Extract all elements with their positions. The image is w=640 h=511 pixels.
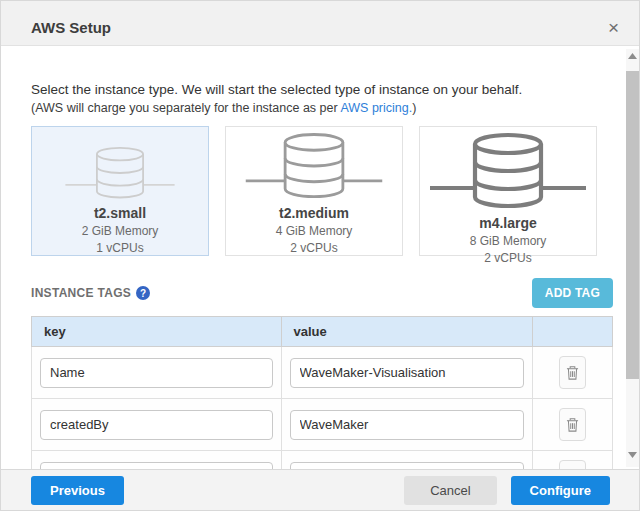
tag-value-input[interactable]: [290, 358, 525, 388]
instance-name: m4.large: [479, 215, 537, 231]
trash-icon: [566, 417, 579, 433]
table-row: [32, 347, 613, 399]
trash-icon: [566, 365, 579, 381]
instance-memory: 4 GiB Memory: [276, 224, 353, 238]
tag-value-input[interactable]: [290, 462, 525, 470]
database-icon: [64, 131, 176, 201]
intro-line-2: (AWS will charge you separately for the …: [31, 101, 639, 115]
instance-vcpus: 2 vCPUs: [484, 251, 531, 265]
table-row: [32, 399, 613, 451]
instance-tags-label: INSTANCE TAGS: [31, 286, 131, 300]
delete-tag-button[interactable]: [559, 460, 586, 469]
instance-vcpus: 1 vCPUs: [96, 241, 143, 255]
scroll-up-icon[interactable]: [626, 49, 639, 63]
instance-tags-bar: INSTANCE TAGS ? ADD TAG: [31, 278, 613, 308]
intro-line-2-suffix: ): [412, 101, 416, 115]
table-header-row: key value: [32, 317, 613, 347]
column-header-value: value: [281, 317, 533, 347]
close-icon[interactable]: ×: [604, 16, 623, 39]
column-header-key: key: [32, 317, 282, 347]
tag-key-input[interactable]: [40, 410, 273, 440]
tag-key-input[interactable]: [40, 462, 273, 470]
instance-vcpus: 2 vCPUs: [290, 241, 337, 255]
intro-line-2-prefix: (AWS will charge you separately for the …: [31, 101, 340, 115]
scrollbar-thumb[interactable]: [626, 71, 639, 379]
instance-tags-table: key value: [31, 316, 613, 469]
aws-pricing-link[interactable]: AWS pricing.: [340, 101, 412, 115]
add-tag-button[interactable]: ADD TAG: [532, 278, 613, 308]
configure-button[interactable]: Configure: [511, 476, 610, 505]
delete-tag-button[interactable]: [559, 408, 586, 441]
help-icon[interactable]: ?: [136, 286, 150, 300]
instance-name: t2.medium: [279, 205, 349, 221]
previous-button[interactable]: Previous: [31, 476, 124, 505]
dialog-header: AWS Setup ×: [1, 1, 639, 46]
intro-line-1: Select the instance type. We will start …: [31, 82, 639, 97]
instance-memory: 8 GiB Memory: [470, 234, 547, 248]
database-icon: [244, 131, 384, 201]
aws-setup-dialog: AWS Setup × Select the instance type. We…: [0, 0, 640, 511]
dialog-body: Select the instance type. We will start …: [1, 46, 639, 469]
scroll-down-icon[interactable]: [626, 448, 639, 462]
instance-type-cards: t2.small 2 GiB Memory 1 vCPUs t2.medium …: [31, 126, 639, 256]
table-row: [32, 451, 613, 470]
tag-value-input[interactable]: [290, 410, 525, 440]
instance-card-t2-small[interactable]: t2.small 2 GiB Memory 1 vCPUs: [31, 126, 209, 256]
dialog-title: AWS Setup: [31, 19, 604, 36]
instance-name: t2.small: [94, 205, 146, 221]
tag-key-input[interactable]: [40, 358, 273, 388]
instance-card-t2-medium[interactable]: t2.medium 4 GiB Memory 2 vCPUs: [225, 126, 403, 256]
database-icon: [428, 131, 588, 211]
vertical-scrollbar: [626, 49, 639, 467]
column-header-actions: [533, 317, 613, 347]
dialog-footer: Previous Cancel Configure: [1, 469, 639, 510]
delete-tag-button[interactable]: [559, 356, 586, 389]
instance-memory: 2 GiB Memory: [82, 224, 159, 238]
cancel-button[interactable]: Cancel: [404, 476, 496, 505]
instance-card-m4-large[interactable]: m4.large 8 GiB Memory 2 vCPUs: [419, 126, 597, 256]
